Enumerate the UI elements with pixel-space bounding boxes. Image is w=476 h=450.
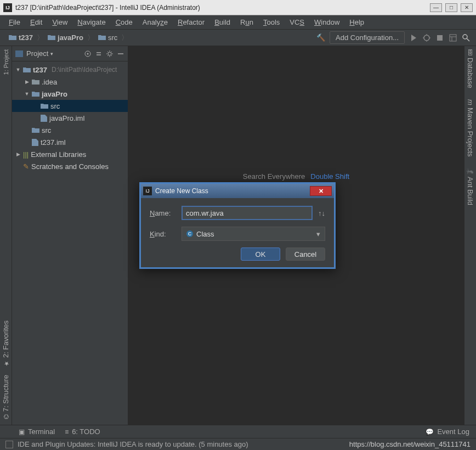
tree-node-t237-iml[interactable]: t237.iml — [12, 136, 128, 148]
project-view-selector[interactable]: Project ▾ — [26, 49, 81, 58]
svg-point-6 — [87, 53, 89, 54]
status-indicator-icon[interactable] — [5, 441, 13, 448]
watermark: https://blog.csdn.net/weixin_45111741 — [349, 440, 471, 448]
project-tree: ▼ t237 D:\initPath\IdeaProject ▶ .idea ▼… — [12, 61, 128, 175]
tool-window-terminal[interactable]: ▣ Terminal — [19, 428, 55, 436]
bottom-tool-strip: ▣ Terminal ≡ 6: TODO 💬 Event Log — [0, 425, 476, 438]
breadcrumb-root[interactable]: t237 — [5, 32, 36, 43]
menu-view[interactable]: View — [48, 16, 72, 28]
dialog-close-button[interactable]: ✕ — [310, 186, 332, 196]
folder-icon — [48, 35, 55, 41]
tree-node-src[interactable]: src — [12, 124, 128, 136]
tree-node-javapro[interactable]: ▼ javaPro — [12, 88, 128, 100]
app-icon: IJ — [3, 3, 12, 12]
tool-window-ant[interactable]: 🐜 Ant Build — [466, 167, 474, 205]
project-panel-header: Project ▾ — [12, 46, 128, 61]
expand-arrow-icon[interactable]: ▼ — [15, 67, 21, 72]
module-icon — [32, 91, 39, 97]
scratches-icon: ✎ — [23, 162, 29, 171]
tree-node-external-libs[interactable]: ▶ ||| External Libraries — [12, 148, 128, 160]
menu-help[interactable]: Help — [345, 16, 369, 28]
menu-vcs[interactable]: VCS — [285, 16, 309, 28]
status-message: IDE and Plugin Updates: IntelliJ IDEA is… — [18, 440, 248, 448]
stop-icon[interactable] — [435, 33, 444, 42]
ok-button[interactable]: OK — [241, 248, 280, 261]
dialog-title: Create New Class — [155, 187, 310, 195]
minimize-button[interactable]: — — [430, 3, 442, 12]
locate-icon[interactable] — [84, 50, 92, 58]
tool-window-maven[interactable]: m Maven Projects — [466, 99, 474, 156]
sort-toggle-icon[interactable]: ↑↓ — [318, 209, 325, 217]
right-tool-strip: 🗄 Database m Maven Projects 🐜 Ant Build — [464, 46, 476, 425]
tool-window-database[interactable]: 🗄 Database — [466, 49, 474, 88]
folder-icon — [32, 127, 39, 133]
breadcrumb-label: t237 — [19, 33, 33, 42]
tool-window-favorites[interactable]: ★ 2: Favorites — [2, 320, 10, 367]
menu-code[interactable]: Code — [111, 16, 137, 28]
menu-navigate[interactable]: Navigate — [73, 16, 110, 28]
kind-value: Class — [196, 230, 214, 238]
libraries-icon: ||| — [23, 150, 29, 159]
name-input[interactable] — [182, 206, 313, 220]
menu-tools[interactable]: Tools — [259, 16, 284, 28]
class-icon: C — [186, 230, 193, 237]
tool-window-project[interactable]: 1: Project — [3, 49, 9, 75]
kind-select[interactable]: C Class ▾ — [182, 227, 325, 241]
hide-icon[interactable] — [117, 50, 124, 58]
gear-icon[interactable] — [106, 50, 114, 58]
menu-edit[interactable]: Edit — [26, 16, 47, 28]
build-icon[interactable]: 🔨 — [316, 33, 325, 42]
collapse-icon[interactable] — [95, 50, 103, 58]
tool-window-structure[interactable]: ⌬ 7: Structure — [2, 375, 10, 419]
tree-node-src-inner[interactable]: src — [12, 100, 128, 112]
search-icon[interactable] — [462, 33, 471, 42]
maximize-button[interactable]: □ — [445, 3, 457, 12]
tree-node-scratches[interactable]: ✎ Scratches and Consoles — [12, 160, 128, 172]
folder-icon — [9, 35, 16, 41]
hint-shortcut: Double Shift — [310, 172, 349, 181]
tree-node-root[interactable]: ▼ t237 D:\initPath\IdeaProject — [12, 64, 128, 76]
tool-window-todo[interactable]: ≡ 6: TODO — [65, 428, 100, 436]
svg-point-0 — [424, 35, 429, 41]
source-folder-icon — [41, 103, 48, 109]
menu-refactor[interactable]: Refactor — [173, 16, 209, 28]
module-icon — [23, 67, 31, 73]
expand-arrow-icon[interactable]: ▶ — [15, 151, 21, 157]
debug-icon[interactable] — [422, 33, 431, 42]
cancel-button[interactable]: Cancel — [286, 248, 325, 261]
close-button[interactable]: ✕ — [461, 3, 473, 12]
svg-rect-2 — [450, 35, 456, 41]
layout-icon[interactable] — [449, 33, 457, 42]
chevron-down-icon: ▾ — [316, 230, 320, 238]
chevron-right-icon: 〉 — [87, 33, 94, 43]
svg-rect-4 — [15, 50, 23, 57]
breadcrumb-src[interactable]: src — [95, 32, 121, 43]
tree-node-idea[interactable]: ▶ .idea — [12, 76, 128, 88]
add-configuration-button[interactable]: Add Configuration... — [330, 31, 405, 44]
navigation-bar: t237 〉 javaPro 〉 src 〉 🔨 Add Configurati… — [0, 30, 476, 46]
left-tool-strip: 1: Project ★ 2: Favorites ⌬ 7: Structure — [0, 46, 12, 425]
file-icon — [41, 115, 47, 122]
kind-label: Kind: — [150, 230, 176, 238]
tree-node-javapro-iml[interactable]: javaPro.iml — [12, 112, 128, 124]
menu-run[interactable]: Run — [236, 16, 258, 28]
menu-analyze[interactable]: Analyze — [138, 16, 172, 28]
expand-arrow-icon[interactable]: ▼ — [24, 91, 30, 97]
chevron-right-icon: 〉 — [37, 33, 44, 43]
menu-window[interactable]: Window — [310, 16, 344, 28]
dialog-titlebar[interactable]: IJ Create New Class ✕ — [141, 184, 334, 198]
window-titlebar: IJ t237 [D:\initPath\IdeaProject\t237] -… — [0, 0, 476, 15]
app-icon: IJ — [143, 187, 152, 195]
expand-arrow-icon[interactable]: ▶ — [24, 79, 30, 85]
breadcrumb-module[interactable]: javaPro — [44, 32, 87, 43]
tool-window-event-log[interactable]: 💬 Event Log — [426, 428, 469, 436]
project-sidebar: Project ▾ ▼ t237 D:\initPath\IdeaProject… — [12, 46, 128, 425]
svg-point-3 — [463, 35, 467, 39]
menu-file[interactable]: File — [4, 16, 25, 28]
menu-build[interactable]: Build — [210, 16, 235, 28]
create-new-class-dialog: IJ Create New Class ✕ Name: ↑↓ Kind: C C… — [139, 182, 336, 269]
run-icon[interactable] — [409, 33, 418, 42]
file-icon — [32, 139, 38, 146]
folder-icon — [32, 79, 39, 85]
chevron-right-icon: 〉 — [121, 33, 128, 43]
